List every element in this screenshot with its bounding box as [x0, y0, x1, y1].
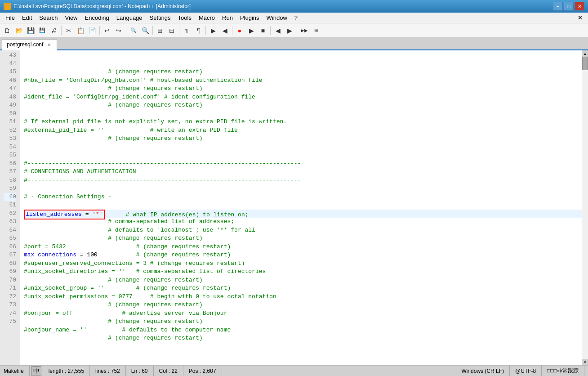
- tab-filename: postgresql.conf: [7, 41, 43, 48]
- code-area[interactable]: # (change requires restart)#hba_file = '…: [20, 50, 582, 365]
- menu-search[interactable]: Search: [36, 13, 61, 22]
- line-numbers: 4344454647484950515253545556575859606162…: [0, 50, 20, 365]
- menu-bar: File Edit Search View Encoding Language …: [0, 13, 588, 23]
- menu-plugins[interactable]: Plugins: [236, 13, 263, 22]
- status-charset: @UTF-8: [510, 366, 542, 376]
- status-ln: Ln : 60: [126, 366, 154, 376]
- status-extra: □□□非常跟踪: [542, 366, 584, 376]
- scroll-track[interactable]: [582, 57, 588, 359]
- toolbar-undo[interactable]: ↩: [102, 25, 112, 36]
- window-title: E:\install svr\PostgreSQLData\postgresql…: [13, 3, 191, 9]
- maximize-button[interactable]: □: [564, 2, 574, 11]
- toolbar-misc2[interactable]: ⊞: [311, 25, 321, 36]
- toolbar-play[interactable]: ▶: [246, 25, 257, 36]
- tab-bar: postgresql.conf ✕: [0, 38, 588, 50]
- close-button[interactable]: ✕: [575, 2, 584, 11]
- toolbar-stop[interactable]: ■: [258, 25, 268, 36]
- status-pos: Pos : 2,607: [183, 366, 222, 376]
- status-encoding: Windows (CR LF): [456, 366, 510, 376]
- toolbar-redo[interactable]: ↪: [113, 25, 124, 36]
- menu-macro[interactable]: Macro: [195, 13, 218, 22]
- menu-window[interactable]: Window: [263, 13, 291, 22]
- toolbar-print[interactable]: 🖨: [49, 25, 59, 36]
- menu-close-x[interactable]: ✕: [574, 13, 586, 22]
- menu-language[interactable]: Language: [113, 13, 146, 22]
- menu-tools[interactable]: Tools: [174, 13, 195, 22]
- menu-view[interactable]: View: [62, 13, 81, 22]
- toolbar-copy[interactable]: 📋: [75, 25, 86, 36]
- toolbar-zoom-in[interactable]: ⊞: [155, 25, 165, 36]
- toolbar-misc1[interactable]: ▶▶: [299, 25, 310, 36]
- tab-postgresql-conf[interactable]: postgresql.conf ✕: [2, 39, 57, 50]
- toolbar-record[interactable]: ●: [234, 25, 245, 36]
- menu-edit[interactable]: Edit: [18, 13, 36, 22]
- toolbar-allchars[interactable]: ¶: [193, 25, 204, 36]
- menu-run[interactable]: Run: [218, 13, 236, 22]
- toolbar-paste[interactable]: 📄: [87, 25, 98, 36]
- toolbar-new[interactable]: 🗋: [2, 25, 13, 36]
- menu-encoding[interactable]: Encoding: [81, 13, 113, 22]
- toolbar-findinfiles[interactable]: 🔍: [128, 25, 139, 36]
- toolbar-macro-prev[interactable]: ◀: [272, 25, 283, 36]
- menu-help[interactable]: ?: [291, 13, 301, 22]
- status-lines: lines : 752: [90, 366, 126, 376]
- minimize-button[interactable]: −: [553, 2, 563, 11]
- toolbar-macro-next[interactable]: ▶: [284, 25, 295, 36]
- scroll-down-arrow[interactable]: ▼: [582, 359, 588, 365]
- menu-file[interactable]: File: [2, 13, 18, 22]
- scroll-up-arrow[interactable]: ▲: [582, 50, 588, 57]
- menu-settings[interactable]: Settings: [146, 13, 174, 22]
- app-icon: ■: [4, 3, 11, 10]
- toolbar-cut[interactable]: ✂: [63, 25, 74, 36]
- toolbar-open[interactable]: 📂: [13, 25, 24, 36]
- toolbar-save[interactable]: 💾: [25, 25, 36, 36]
- status-col: Col : 22: [154, 366, 183, 376]
- vertical-scrollbar[interactable]: ▲ ▼: [582, 50, 588, 365]
- toolbar-zoom-out[interactable]: ⊟: [166, 25, 177, 36]
- toolbar-indent[interactable]: ▶: [208, 25, 218, 36]
- status-center-button[interactable]: 中: [31, 366, 41, 376]
- status-file: Makefile: [4, 366, 30, 376]
- toolbar: 🗋 📂 💾 💾 🖨 ✂ 📋 📄 ↩ ↪ 🔍 🔍 ⊞ ⊟ ¶ ¶ ▶ ◀ ● ▶ …: [0, 23, 588, 38]
- status-length: length : 27,555: [43, 366, 90, 376]
- tab-close-button[interactable]: ✕: [46, 41, 52, 48]
- title-bar: ■ E:\install svr\PostgreSQLData\postgres…: [0, 0, 588, 13]
- toolbar-wordwrap[interactable]: ¶: [181, 25, 192, 36]
- scroll-thumb[interactable]: [582, 57, 588, 70]
- toolbar-find[interactable]: 🔍: [140, 25, 151, 36]
- toolbar-outdent[interactable]: ◀: [219, 25, 230, 36]
- editor-container: 4344454647484950515253545556575859606162…: [0, 50, 588, 365]
- status-bar: Makefile 中 length : 27,555 lines : 752 L…: [0, 365, 588, 376]
- toolbar-saveall[interactable]: 💾: [37, 25, 48, 36]
